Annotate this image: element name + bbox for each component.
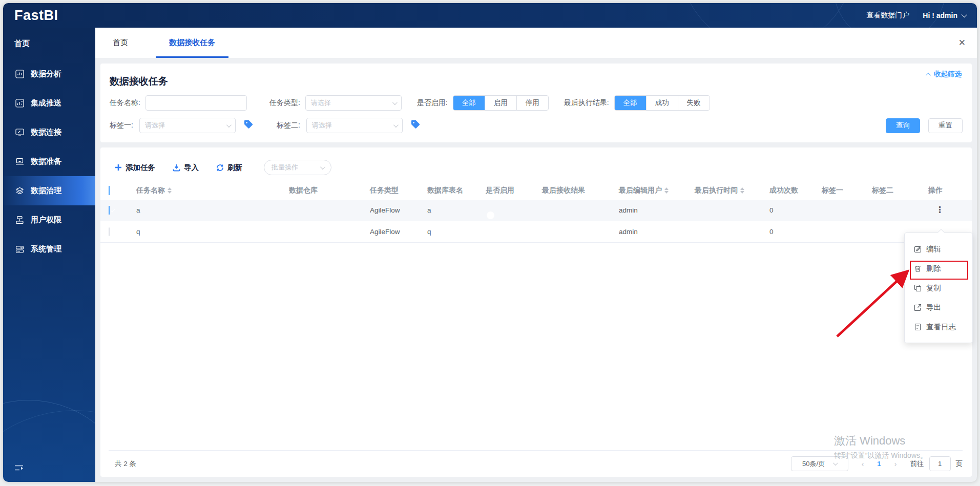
cell-task-type: AgileFlow [370,206,427,214]
sidebar-item-user-permissions[interactable]: 用户权限 [3,205,95,235]
next-page-button[interactable]: › [894,460,897,468]
sidebar-item-data-analysis[interactable]: 数据分析 [3,59,95,89]
table-row[interactable]: q AgileFlow q admin 0 [100,221,972,243]
sidebar-item-system-management[interactable]: 系统管理 [3,235,95,264]
sidebar-item-data-preparation[interactable]: 数据准备 [3,147,95,176]
cell-last-editor: admin [619,228,695,236]
sort-icon[interactable] [664,187,669,194]
pagination: ‹ 1 › [862,460,897,468]
tag2-select[interactable]: 请选择 [306,118,403,133]
tab-label: 数据接收任务 [169,38,215,48]
cell-last-editor: admin [619,206,695,214]
refresh-button[interactable]: 刷新 [216,163,242,173]
page-number[interactable]: 1 [877,460,881,468]
menu-item-copy[interactable]: 复制 [905,278,972,298]
batch-operation-select[interactable]: 批量操作 [264,160,331,175]
import-button[interactable]: 导入 [173,163,199,173]
enabled-option-on[interactable]: 启用 [485,96,516,110]
table-footer: 共 2 条 50条/页 ‹ 1 › 前往 [109,450,963,477]
app-header: FastBI 查看数据门户 Hi ! admin [3,3,977,28]
sort-icon[interactable] [168,187,172,194]
column-header: 最后执行时间 [695,186,738,195]
row-checkbox[interactable] [109,227,110,236]
view-data-portal-link[interactable]: 查看数据门户 [866,11,909,20]
chevron-down-icon [320,164,325,170]
select-placeholder: 批量操作 [272,163,298,172]
enabled-option-all[interactable]: 全部 [453,96,485,110]
tag-manage-button[interactable] [410,119,421,132]
chevron-down-icon [393,122,399,128]
tag1-select[interactable]: 请选择 [139,118,236,133]
sort-icon[interactable] [740,187,744,194]
import-icon [173,164,180,172]
goto-page-input[interactable] [929,456,951,471]
sidebar: 首页 数据分析 集成推送 数据连接 数据准备 数据治理 [3,28,95,482]
page-size-select[interactable]: 50条/页 [791,456,848,471]
close-tab-icon[interactable]: ✕ [958,37,966,48]
cell-task-type: AgileFlow [370,228,427,236]
add-task-button[interactable]: 添加任务 [115,163,155,173]
app-window: FastBI 查看数据门户 Hi ! admin 首页 数据分析 集成推送 [3,3,977,482]
push-chart-icon [15,99,24,108]
task-name-input[interactable] [145,95,247,111]
refresh-label: 刷新 [227,163,242,173]
menu-item-label: 导出 [926,303,941,312]
row-actions-menu-button[interactable]: ⋮ [928,205,944,215]
result-segmented-control: 全部 成功 失败 [614,95,710,111]
content-area: 收起筛选 数据接收任务 任务名称: 任务类型: 请选择 是否启用: [95,58,977,482]
decorative-arc [680,3,854,28]
collapse-filters-link[interactable]: 收起筛选 [927,70,962,79]
user-menu[interactable]: Hi ! admin [923,11,966,19]
trash-icon [914,265,922,272]
task-table-panel: 添加任务 导入 刷新 批量操作 [100,147,972,477]
sidebar-item-home[interactable]: 首页 [3,28,95,59]
collapse-sidebar-button[interactable] [14,464,26,474]
cell-task-name: a [136,206,289,214]
menu-item-delete[interactable]: 删除 [905,259,972,278]
layers-icon [15,186,24,195]
sidebar-item-data-connection[interactable]: 数据连接 [3,118,95,147]
cell-table-name: a [427,206,486,214]
column-header: 标签二 [872,186,893,195]
tab-data-receive-tasks[interactable]: 数据接收任务 [156,28,228,58]
menu-item-view-logs[interactable]: 查看日志 [905,317,972,336]
enabled-option-off[interactable]: 停用 [516,96,548,110]
prev-page-button[interactable]: ‹ [862,460,864,468]
row-actions-context-menu: 编辑 删除 复制 导出 查看日志 [904,233,973,343]
sidebar-item-label: 集成推送 [31,98,61,108]
goto-label: 前往 [910,459,924,469]
row-checkbox[interactable] [109,206,110,215]
result-option-all[interactable]: 全部 [615,96,646,110]
task-type-select[interactable]: 请选择 [305,95,402,111]
sidebar-item-label: 数据连接 [31,128,61,137]
enabled-segmented-control: 全部 启用 停用 [453,95,549,111]
column-header: 最后编辑用户 [619,186,662,195]
app-logo: FastBI [14,8,58,24]
tag-manage-button[interactable] [243,119,254,132]
sidebar-item-label: 系统管理 [31,244,61,254]
page-title: 数据接收任务 [110,75,963,88]
reset-button[interactable]: 重置 [928,118,963,133]
menu-item-edit[interactable]: 编辑 [905,239,972,259]
tab-home[interactable]: 首页 [110,28,131,58]
menu-item-label: 查看日志 [926,322,956,332]
select-placeholder: 请选择 [312,121,332,130]
result-option-success[interactable]: 成功 [646,96,678,110]
sidebar-item-data-governance[interactable]: 数据治理 [3,176,95,205]
column-header: 是否启用 [486,186,514,195]
table-row[interactable]: a AgileFlow a admin 0 ⋮ [100,200,972,221]
select-all-checkbox[interactable] [109,186,110,195]
chevron-down-icon [226,122,232,128]
filter-row-1: 任务名称: 任务类型: 请选择 是否启用: 全部 启用 [110,95,963,111]
search-button[interactable]: 查询 [886,118,920,133]
sidebar-item-integration-push[interactable]: 集成推送 [3,89,95,118]
main-area: 首页 数据接收任务 ✕ 收起筛选 数据接收任务 任务名称: 任 [95,28,977,482]
column-header: 任务名称 [136,186,165,195]
tag-icon [243,119,254,130]
result-option-fail[interactable]: 失败 [678,96,710,110]
add-task-label: 添加任务 [126,163,155,173]
filter-panel: 收起筛选 数据接收任务 任务名称: 任务类型: 请选择 是否启用: [100,64,972,142]
collapse-filters-label: 收起筛选 [934,70,962,79]
tag2-label: 标签二: [277,121,300,130]
menu-item-export[interactable]: 导出 [905,298,972,317]
